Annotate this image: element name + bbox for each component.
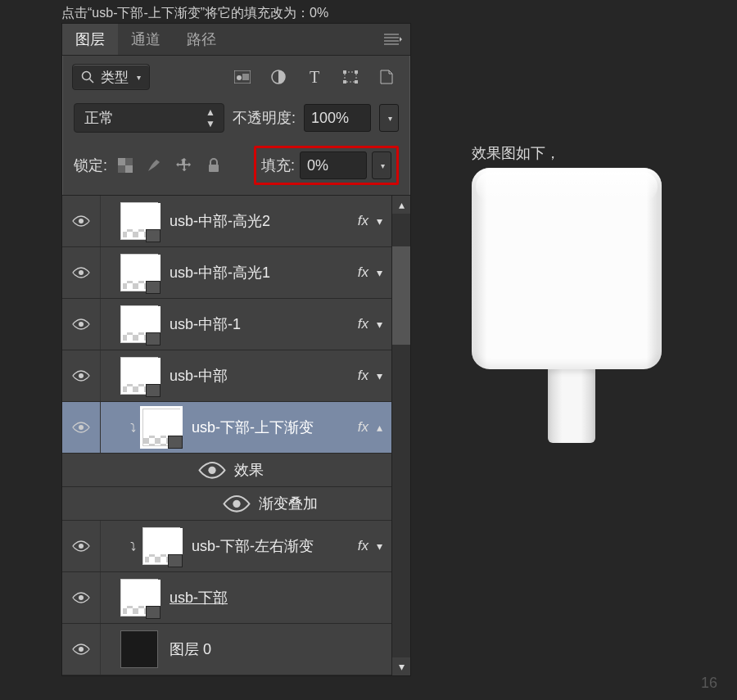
- svg-point-22: [79, 544, 84, 549]
- layers-list: usb-中部-高光2fx▾usb-中部-高光1fx▾usb-中部-1fx▾usb…: [62, 195, 391, 675]
- svg-point-21: [233, 499, 240, 507]
- layer-thumbnail[interactable]: [142, 527, 180, 565]
- fx-expand-button[interactable]: ▾: [372, 538, 387, 554]
- effects-group[interactable]: 效果: [62, 454, 391, 487]
- chevron-down-icon: ▾: [137, 73, 141, 82]
- visibility-toggle[interactable]: [62, 350, 101, 401]
- fx-indicator: fx: [358, 368, 368, 384]
- svg-point-23: [79, 595, 84, 600]
- layers-panel: 图层 通道 路径 类型 ▾ T 正常 ▲▼ 不透明度: 100% ▾: [61, 23, 411, 676]
- layer-row[interactable]: usb-中部-高光1fx▾: [62, 247, 391, 299]
- fx-indicator: fx: [358, 316, 368, 332]
- layer-row[interactable]: ⤵usb-下部-左右渐变fx▾: [62, 521, 391, 572]
- svg-rect-14: [209, 165, 219, 172]
- layers-scrollbar[interactable]: ▴ ▾: [391, 195, 410, 675]
- filter-row: 类型 ▾ T: [62, 56, 410, 98]
- fill-group-highlight: 填充: 0% ▾: [254, 146, 399, 185]
- panel-menu-icon[interactable]: [376, 24, 410, 55]
- layer-thumbnail[interactable]: [120, 305, 158, 343]
- lock-transparent-icon[interactable]: [117, 157, 133, 174]
- lock-fill-row: 锁定: 填充: 0% ▾: [62, 141, 410, 195]
- filter-type-label: 类型: [101, 68, 129, 87]
- scroll-down-button[interactable]: ▾: [392, 657, 410, 675]
- layer-row[interactable]: usb-中部-高光2fx▾: [62, 196, 391, 247]
- search-icon: [81, 70, 94, 84]
- svg-point-3: [237, 75, 242, 80]
- blend-mode-label: 正常: [84, 108, 114, 128]
- tab-layers[interactable]: 图层: [62, 24, 118, 55]
- svg-point-20: [208, 466, 215, 473]
- svg-rect-6: [345, 72, 356, 82]
- lock-position-icon[interactable]: [176, 157, 192, 174]
- fx-expand-button[interactable]: ▾: [372, 368, 387, 384]
- visibility-toggle[interactable]: [62, 572, 101, 623]
- layer-name[interactable]: usb-中部: [170, 366, 358, 386]
- layer-name[interactable]: usb-中部-1: [170, 314, 358, 334]
- lock-all-icon[interactable]: [206, 157, 222, 174]
- svg-point-24: [79, 647, 84, 652]
- filter-shape-icon[interactable]: [341, 68, 359, 86]
- svg-point-15: [79, 219, 84, 224]
- lock-pixels-icon[interactable]: [147, 157, 163, 174]
- layer-row[interactable]: usb-下部: [62, 572, 391, 624]
- fx-expand-button[interactable]: ▾: [372, 213, 387, 229]
- opacity-input[interactable]: 100%: [304, 104, 371, 132]
- filter-pixel-icon[interactable]: [233, 68, 251, 86]
- svg-line-1: [90, 79, 94, 84]
- layer-thumbnail[interactable]: [120, 630, 158, 668]
- layer-name[interactable]: usb-中部-高光2: [170, 211, 358, 231]
- visibility-toggle[interactable]: [62, 521, 101, 571]
- fx-indicator: fx: [358, 213, 368, 229]
- effect-gradient-overlay[interactable]: 渐变叠加: [62, 487, 391, 521]
- svg-point-16: [79, 270, 84, 275]
- opacity-dropdown-button[interactable]: ▾: [379, 104, 399, 132]
- blend-mode-select[interactable]: 正常 ▲▼: [74, 103, 224, 133]
- panel-tabs: 图层 通道 路径: [62, 24, 410, 56]
- layer-row[interactable]: ⤵usb-下部-上下渐变fx▴: [62, 402, 391, 454]
- effect-visibility[interactable]: [223, 494, 251, 514]
- filter-smart-icon[interactable]: [378, 68, 396, 86]
- fx-expand-button[interactable]: ▾: [372, 264, 387, 281]
- page-number: 16: [701, 675, 717, 692]
- layer-name[interactable]: usb-下部-左右渐变: [192, 536, 358, 556]
- scroll-up-button[interactable]: ▴: [392, 196, 410, 214]
- layer-name[interactable]: usb-下部: [170, 588, 391, 607]
- visibility-toggle[interactable]: [62, 402, 101, 453]
- fill-input[interactable]: 0%: [300, 151, 367, 179]
- layer-name[interactable]: usb-中部-高光1: [170, 263, 358, 282]
- layer-thumbnail[interactable]: [120, 202, 158, 240]
- layer-row[interactable]: usb-中部fx▾: [62, 350, 391, 402]
- layer-row[interactable]: usb-中部-1fx▾: [62, 299, 391, 350]
- instruction-text: 点击“usb-下部-上下渐变”将它的填充改为：0%: [61, 5, 328, 22]
- visibility-toggle[interactable]: [62, 624, 101, 675]
- fill-dropdown-button[interactable]: ▾: [372, 151, 391, 179]
- effects-visibility[interactable]: [198, 460, 226, 481]
- layer-thumbnail[interactable]: [120, 579, 158, 616]
- svg-rect-8: [355, 70, 358, 74]
- opacity-label: 不透明度:: [233, 108, 296, 128]
- fx-expand-button[interactable]: ▴: [372, 419, 387, 436]
- svg-point-0: [83, 72, 91, 80]
- tab-channels[interactable]: 通道: [118, 24, 174, 55]
- visibility-toggle[interactable]: [62, 247, 101, 298]
- layer-thumbnail[interactable]: [120, 357, 158, 395]
- visibility-toggle[interactable]: [62, 196, 101, 246]
- tab-paths[interactable]: 路径: [174, 24, 229, 55]
- layer-thumbnail[interactable]: [120, 254, 158, 291]
- layer-row[interactable]: 图层 0: [62, 624, 391, 675]
- clip-indicator-icon: ⤵: [130, 421, 136, 434]
- svg-rect-4: [242, 74, 249, 80]
- visibility-toggle[interactable]: [62, 299, 101, 350]
- fx-expand-button[interactable]: ▾: [372, 316, 387, 332]
- filter-type-icon[interactable]: T: [305, 68, 323, 86]
- fx-indicator: fx: [358, 419, 368, 436]
- blend-opacity-row: 正常 ▲▼ 不透明度: 100% ▾: [62, 98, 410, 141]
- layer-name[interactable]: usb-下部-上下渐变: [192, 418, 358, 437]
- filter-type-select[interactable]: 类型 ▾: [72, 64, 150, 90]
- filter-adjustment-icon[interactable]: [269, 68, 287, 86]
- lock-label: 锁定:: [74, 156, 107, 175]
- layer-thumbnail[interactable]: [142, 409, 180, 446]
- effects-label: 效果: [234, 460, 264, 480]
- layer-name[interactable]: 图层 0: [170, 639, 391, 659]
- preview-label: 效果图如下，: [472, 143, 560, 163]
